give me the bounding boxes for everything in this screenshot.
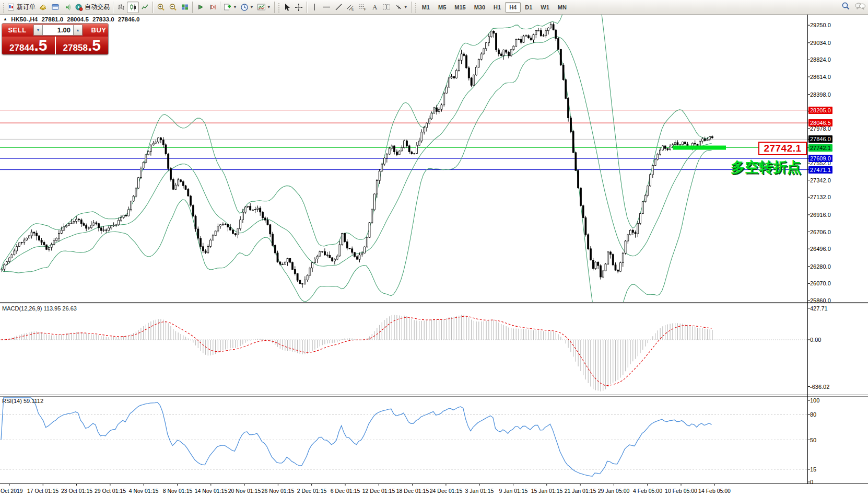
zoom-in-icon: [157, 3, 165, 11]
new-order-button[interactable]: 新订单: [6, 2, 37, 13]
market-watch-icon: [39, 3, 48, 11]
chart-canvas[interactable]: [0, 15, 868, 495]
level-annotation-box[interactable]: 27742.1: [758, 142, 807, 155]
vertical-line-icon: [311, 3, 318, 11]
autotrading-button[interactable]: 自动交易: [73, 2, 111, 13]
main-toolbar: 新订单 自动交易: [0, 0, 868, 15]
template-icon: [257, 3, 266, 11]
templates-button[interactable]: ▼: [255, 2, 273, 13]
chart-area[interactable]: ▲ HK50-,H4 27881.0 28004.5 27833.0 27846…: [0, 15, 868, 495]
timeframe-w1-button[interactable]: W1: [536, 2, 554, 13]
line-chart-button[interactable]: [139, 2, 151, 13]
volume-up-button[interactable]: ▲: [73, 25, 83, 36]
line-chart-icon: [141, 3, 149, 11]
timeframe-d1-button[interactable]: D1: [521, 2, 536, 13]
trendline-icon: [335, 3, 343, 11]
trendline-button[interactable]: [333, 2, 345, 13]
timeframe-h4-button[interactable]: H4: [505, 2, 521, 13]
toolbar-grip[interactable]: [277, 2, 280, 13]
mt4-window: 新订单 自动交易: [0, 0, 868, 495]
toolbar-separator: [411, 2, 412, 13]
candlestick-button[interactable]: [127, 2, 139, 13]
bar-chart-icon: [117, 3, 125, 11]
toolbar-grip[interactable]: [414, 2, 417, 13]
svg-text:F: F: [364, 7, 366, 11]
data-window-button[interactable]: [49, 2, 61, 13]
toolbar-right-group: [841, 2, 866, 13]
tile-windows-button[interactable]: [179, 2, 191, 13]
search-icon[interactable]: [841, 2, 850, 13]
buy-price-main: 27858: [63, 40, 88, 55]
chat-icon[interactable]: [854, 2, 866, 13]
text-label-icon: T: [382, 3, 391, 11]
market-watch-button[interactable]: [37, 2, 49, 13]
svg-text:E: E: [351, 7, 354, 11]
autotrading-label: 自动交易: [85, 3, 110, 11]
new-order-label: 新订单: [17, 3, 36, 11]
bar-chart-button[interactable]: [115, 2, 127, 13]
sell-price-main: 27844: [9, 40, 34, 55]
svg-text:A: A: [372, 3, 378, 11]
one-click-trade-panel: SELL ▼ ▲ BUY 27844 .5 27858 .5: [2, 23, 109, 55]
autotrading-icon: [75, 3, 83, 11]
sell-price-fraction: .5: [34, 38, 47, 53]
equidistant-channel-button[interactable]: E: [345, 2, 357, 13]
periods-button[interactable]: ▼: [239, 2, 255, 13]
text-icon: A: [371, 3, 378, 11]
toolbar-separator: [113, 2, 113, 13]
timeframe-m15-button[interactable]: M15: [450, 2, 470, 13]
new-order-icon: [7, 3, 15, 11]
auto-scroll-icon: [196, 3, 205, 11]
toolbar-separator: [307, 2, 307, 13]
sell-price[interactable]: 27844 .5: [2, 37, 55, 54]
crosshair-button[interactable]: [293, 2, 305, 13]
zoom-in-button[interactable]: [155, 2, 167, 13]
horizontal-line-button[interactable]: [321, 2, 333, 13]
timeframe-m1-button[interactable]: M1: [418, 2, 434, 13]
data-window-icon: [51, 3, 60, 11]
navigator-button[interactable]: [61, 2, 73, 13]
cursor-icon: [283, 3, 290, 11]
clock-icon: [240, 3, 249, 11]
text-label-button[interactable]: T: [381, 2, 393, 13]
candlestick-icon: [129, 3, 137, 11]
timeframe-m30-button[interactable]: M30: [470, 2, 489, 13]
zoom-out-icon: [169, 3, 177, 11]
horizontal-line-icon: [322, 3, 331, 11]
chart-shift-button[interactable]: [206, 2, 218, 13]
auto-scroll-button[interactable]: [194, 2, 206, 13]
equidistant-channel-icon: E: [346, 3, 355, 11]
fibonacci-button[interactable]: F: [357, 2, 369, 13]
toolbar-separator: [192, 2, 193, 13]
add-indicator-icon: [224, 3, 232, 11]
chart-shift-icon: [208, 3, 217, 11]
cursor-button[interactable]: [281, 2, 293, 13]
toolbar-separator: [220, 2, 220, 13]
timeframe-group: M1M5M15M30H1H4D1W1MN: [418, 2, 571, 13]
turning-point-annotation[interactable]: 多空转折点: [731, 158, 801, 177]
timeframe-mn-button[interactable]: MN: [554, 2, 571, 13]
add-indicator-button[interactable]: ▼: [222, 2, 239, 13]
buy-price[interactable]: 27858 .5: [56, 37, 109, 54]
toolbar-separator: [274, 2, 275, 13]
svg-text:T: T: [385, 4, 388, 10]
navigator-icon: [63, 3, 72, 11]
timeframe-m5-button[interactable]: M5: [434, 2, 450, 13]
toolbar-grip[interactable]: [2, 2, 5, 13]
volume-input[interactable]: [43, 25, 73, 36]
dropdown-caret-icon: ▼: [404, 5, 408, 9]
volume-down-button[interactable]: ▼: [33, 25, 43, 36]
tile-windows-icon: [181, 3, 189, 11]
volume-stepper: ▼ ▲: [32, 24, 84, 37]
arrows-icon: [394, 3, 403, 11]
fibonacci-icon: F: [358, 3, 367, 11]
sell-button[interactable]: SELL: [2, 24, 32, 37]
dropdown-caret-icon: ▼: [250, 5, 254, 9]
timeframe-h1-button[interactable]: H1: [489, 2, 505, 13]
crosshair-icon: [295, 3, 303, 11]
buy-button[interactable]: BUY: [84, 24, 109, 37]
text-button[interactable]: A: [369, 2, 381, 13]
zoom-out-button[interactable]: [167, 2, 179, 13]
vertical-line-button[interactable]: [309, 2, 321, 13]
arrows-button[interactable]: ▼: [393, 2, 409, 13]
